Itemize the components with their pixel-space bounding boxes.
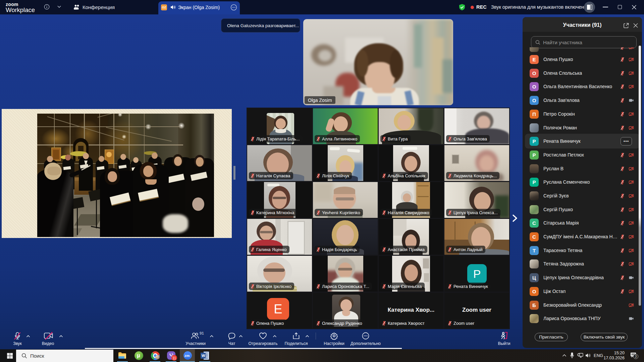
svg-text:W: W bbox=[202, 354, 205, 358]
